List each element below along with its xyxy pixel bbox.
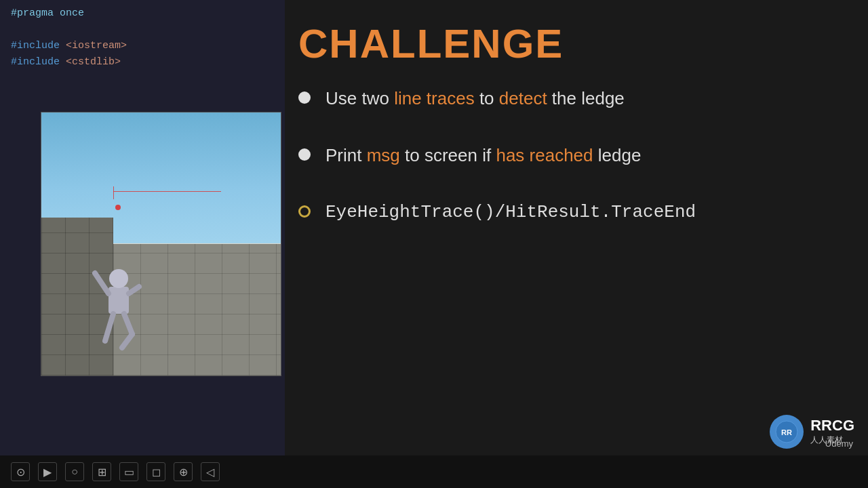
highlight-detect: detect (499, 88, 547, 108)
rrcg-logo-icon: RR (775, 420, 798, 443)
bullet-item-2: Print msg to screen if has reached ledge (298, 144, 827, 167)
watermark-logo: RR (770, 415, 804, 449)
toolbar: ⊙ ▶ ○ ⊞ ▭ ◻ ⊕ ◁ (0, 455, 868, 488)
code-line-empty (11, 22, 274, 38)
bullet-text-3: EyeHeightTrace()/HitResult.TraceEnd (326, 201, 696, 224)
bullet-text-2: Print msg to screen if has reached ledge (326, 144, 641, 167)
bullet-dot-1 (298, 92, 311, 104)
toolbar-btn-square[interactable]: ◻ (146, 462, 165, 481)
svg-line-2 (95, 273, 108, 293)
bullet-dot-2 (298, 148, 311, 161)
highlight-msg: msg (367, 145, 400, 165)
scene-image (41, 112, 281, 376)
scene-container (41, 113, 281, 375)
svg-point-1 (109, 269, 128, 288)
code-line-iostream: #include <iostream> (11, 38, 274, 54)
svg-line-4 (105, 314, 113, 341)
toolbar-btn-plus[interactable]: ⊕ (174, 462, 193, 481)
watermark-brand: RRCG (810, 418, 854, 434)
bullet-list: Use two line traces to detect the ledge … (298, 87, 827, 224)
toolbar-btn-grid[interactable]: ⊞ (92, 462, 111, 481)
highlight-has-reached: has reached (496, 145, 593, 165)
trace-line-vertical (113, 186, 114, 199)
code-line-cstdlib: #include <cstdlib> (11, 54, 274, 70)
toolbar-btn-record[interactable]: ⊙ (11, 462, 30, 481)
toolbar-btn-back[interactable]: ◁ (201, 462, 220, 481)
udemy-label: Udemy (825, 439, 853, 449)
svg-rect-0 (108, 287, 129, 314)
toolbar-btn-play[interactable]: ▶ (38, 462, 57, 481)
bullet-item-3: EyeHeightTrace()/HitResult.TraceEnd (298, 201, 827, 224)
code-line-pragma: #pragma once (11, 5, 274, 22)
svg-text:RR: RR (781, 428, 792, 436)
trace-line-horizontal (113, 191, 221, 192)
highlight-line-traces: line traces (394, 88, 475, 108)
bullet-dot-outline-3 (298, 205, 311, 218)
character-svg (85, 253, 153, 354)
slide-title: CHALLENGE (298, 20, 827, 67)
svg-line-6 (122, 334, 132, 348)
toolbar-btn-circle[interactable]: ○ (65, 462, 84, 481)
svg-line-3 (129, 287, 139, 293)
toolbar-btn-rect[interactable]: ▭ (119, 462, 138, 481)
svg-line-5 (124, 314, 132, 334)
bullet-text-1: Use two line traces to detect the ledge (326, 87, 625, 110)
bullet-item-1: Use two line traces to detect the ledge (298, 87, 827, 110)
